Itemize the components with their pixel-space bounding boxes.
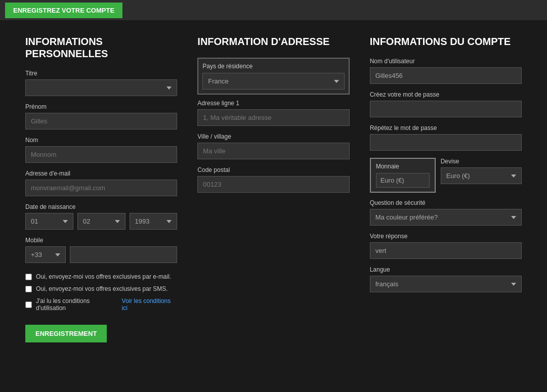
mobile-group: Mobile +33+44+1 (25, 237, 177, 263)
mobile-row: +33+44+1 (25, 246, 177, 263)
devise-wrapper: Devise Euro (€) USD ($) GBP (£) (441, 158, 522, 184)
prenom-group: Prénom (25, 103, 177, 129)
nom-group: Nom (25, 137, 177, 163)
top-register-button[interactable]: ENREGISTREZ VOTRE COMPTE (5, 3, 122, 18)
username-input[interactable] (370, 67, 522, 84)
mobile-code-wrapper: +33+44+1 (25, 246, 66, 263)
adresse-group: Adresse ligne 1 (197, 100, 349, 126)
repeat-password-group: Répétez le mot de passe (370, 124, 522, 151)
answer-input[interactable] (370, 242, 522, 259)
email-label: Adresse d'e-mail (25, 170, 177, 177)
ville-label: Ville / village (197, 133, 349, 140)
password-group: Créez votre mot de passe (370, 91, 522, 117)
nom-label: Nom (25, 137, 177, 144)
terms-link[interactable]: Voir les conditions ici (122, 297, 178, 312)
currency-popup: Monnaie Euro (€) (370, 158, 436, 193)
postal-input[interactable] (197, 176, 349, 193)
adresse-label: Adresse ligne 1 (197, 100, 349, 107)
devise-label: Devise (441, 158, 522, 165)
nom-input[interactable] (25, 146, 177, 163)
currency-popup-label: Monnaie (376, 163, 430, 170)
dob-group: Date de naissance 0102030405 0607080910 … (25, 203, 177, 230)
titre-group: Titre M Mme Mlle (25, 70, 177, 96)
titre-label: Titre (25, 70, 177, 77)
personal-column: INFORMATIONSPERSONNELLES Titre M Mme Mll… (25, 35, 177, 342)
password-label: Créez votre mot de passe (370, 91, 522, 98)
top-bar: ENREGISTREZ VOTRE COMPTE (0, 0, 547, 20)
username-label: Nom d'utilisateur (370, 58, 522, 65)
sms-offers-label: Oui, envoyez-moi vos offres exclusives p… (36, 285, 168, 292)
currency-popup-value: Euro (€) (376, 173, 430, 188)
date-row: 0102030405 0607080910 1112131415 1617181… (25, 213, 177, 230)
sms-offers-item: Oui, envoyez-moi vos offres exclusives p… (25, 285, 177, 292)
repeat-input[interactable] (370, 134, 522, 151)
langue-label: Langue (370, 266, 522, 273)
country-highlight-box: Pays de résidence France Allemagne Belgi… (197, 58, 349, 95)
devise-select[interactable]: Euro (€) USD ($) GBP (£) (441, 167, 522, 184)
account-column: INFORMATIONS DU COMPTE Nom d'utilisateur… (370, 35, 522, 342)
prenom-label: Prénom (25, 103, 177, 110)
adresse-input[interactable] (197, 109, 349, 126)
langue-group: Langue français english español (370, 266, 522, 292)
postal-label: Code postal (197, 166, 349, 173)
answer-label: Votre réponse (370, 233, 522, 240)
email-offers-label: Oui, envoyez-moi vos offres exclusives p… (36, 273, 171, 280)
dob-label: Date de naissance (25, 203, 177, 210)
mobile-number-input[interactable] (70, 246, 177, 263)
email-group: Adresse d'e-mail (25, 170, 177, 196)
register-button[interactable]: ENREGISTREMENT (25, 325, 107, 342)
personal-title: INFORMATIONSPERSONNELLES (25, 35, 177, 60)
repeat-label: Répétez le mot de passe (370, 124, 522, 132)
password-input[interactable] (370, 101, 522, 117)
address-title: INFORMATION D'ADRESSE (197, 35, 349, 48)
question-group: Question de sécurité Ma couleur préférée… (370, 199, 522, 226)
question-select[interactable]: Ma couleur préférée? Nom de jeune fille … (370, 209, 522, 226)
dob-month-select[interactable]: 0102030405 0607080910 1112 (77, 213, 125, 230)
pays-select[interactable]: France Allemagne Belgique Espagne (202, 73, 344, 90)
dob-year-select[interactable]: 1993199019852000 (130, 213, 178, 230)
main-content: INFORMATIONSPERSONNELLES Titre M Mme Mll… (0, 20, 547, 358)
terms-text: J'ai lu les conditions d'utilisation (36, 297, 120, 312)
sms-offers-checkbox[interactable] (25, 286, 32, 292)
address-column: INFORMATION D'ADRESSE Pays de résidence … (197, 35, 349, 342)
titre-select[interactable]: M Mme Mlle (25, 79, 177, 96)
dob-day-select[interactable]: 0102030405 0607080910 1112131415 1617181… (25, 213, 73, 230)
currency-section: Monnaie Euro (€) Devise Euro (€) USD ($)… (370, 158, 522, 184)
question-label: Question de sécurité (370, 199, 522, 206)
terms-checkbox[interactable] (25, 301, 32, 308)
email-offers-item: Oui, envoyez-moi vos offres exclusives p… (25, 273, 177, 280)
email-input[interactable] (25, 180, 177, 196)
checkbox-group: Oui, envoyez-moi vos offres exclusives p… (25, 273, 177, 342)
answer-group: Votre réponse (370, 233, 522, 259)
mobile-label: Mobile (25, 237, 177, 244)
mobile-code-select[interactable]: +33+44+1 (25, 246, 66, 263)
terms-item: J'ai lu les conditions d'utilisation Voi… (25, 297, 177, 312)
postal-group: Code postal (197, 166, 349, 193)
pays-label: Pays de résidence (202, 63, 344, 70)
ville-input[interactable] (197, 143, 349, 159)
ville-group: Ville / village (197, 133, 349, 159)
username-group: Nom d'utilisateur (370, 58, 522, 84)
account-title: INFORMATIONS DU COMPTE (370, 35, 522, 48)
prenom-input[interactable] (25, 113, 177, 129)
email-offers-checkbox[interactable] (25, 274, 32, 280)
langue-select[interactable]: français english español (370, 276, 522, 292)
